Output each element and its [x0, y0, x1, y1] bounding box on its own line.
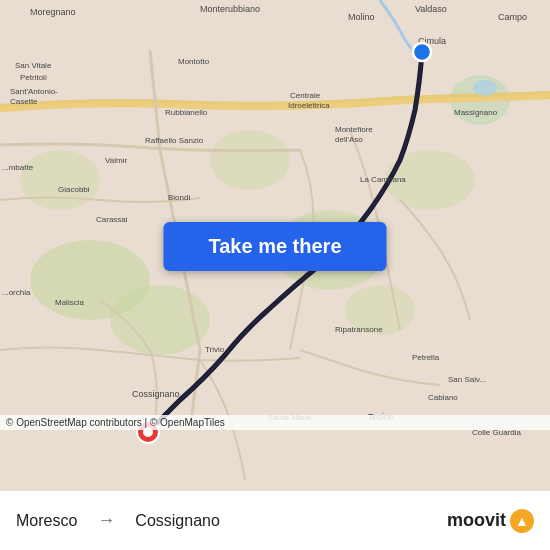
bottom-bar: Moresco → Cossignano moovit ▲ — [0, 490, 550, 550]
svg-text:Moregnano: Moregnano — [30, 7, 76, 17]
svg-text:...mbatte: ...mbatte — [2, 163, 34, 172]
svg-text:dell'Aso: dell'Aso — [335, 135, 363, 144]
svg-text:Ripatransone: Ripatransone — [335, 325, 383, 334]
take-me-there-button[interactable]: Take me there — [164, 222, 387, 271]
svg-text:Cablano: Cablano — [428, 393, 458, 402]
svg-text:Raffaello Sanzio: Raffaello Sanzio — [145, 136, 204, 145]
svg-text:Massignano: Massignano — [454, 108, 498, 117]
svg-text:...orchia: ...orchia — [2, 288, 31, 297]
svg-text:Monterubbiano: Monterubbiano — [200, 4, 260, 14]
moovit-icon: ▲ — [510, 509, 534, 533]
svg-text:Petrella: Petrella — [412, 353, 440, 362]
svg-text:Petritoli: Petritoli — [20, 73, 47, 82]
svg-text:Centrale: Centrale — [290, 91, 321, 100]
moovit-logo: moovit ▲ — [447, 509, 534, 533]
attribution-text: © OpenStreetMap contributors | © OpenMap… — [6, 417, 225, 428]
svg-text:Cossignano: Cossignano — [132, 389, 180, 399]
svg-text:La Campana: La Campana — [360, 175, 406, 184]
moovit-text: moovit — [447, 510, 506, 531]
attribution-bar: © OpenStreetMap contributors | © OpenMap… — [0, 415, 550, 430]
origin-city: Moresco — [16, 512, 77, 530]
svg-text:Biondi: Biondi — [168, 193, 190, 202]
svg-text:San Vitale: San Vitale — [15, 61, 52, 70]
map-container: Moregnano Monterubbiano Molino Valdaso C… — [0, 0, 550, 490]
svg-text:Rubbianello: Rubbianello — [165, 108, 208, 117]
svg-text:Maliscia: Maliscia — [55, 298, 84, 307]
svg-point-6 — [20, 150, 100, 210]
svg-text:Molino: Molino — [348, 12, 375, 22]
svg-text:Trivio: Trivio — [205, 345, 225, 354]
svg-text:San Salv...: San Salv... — [448, 375, 486, 384]
svg-text:Valmir: Valmir — [105, 156, 127, 165]
route-arrow: → — [97, 510, 115, 531]
svg-point-45 — [413, 43, 431, 61]
svg-text:Giacobbi: Giacobbi — [58, 185, 90, 194]
svg-text:Idroelettrica: Idroelettrica — [288, 101, 330, 110]
svg-point-7 — [210, 130, 290, 190]
svg-point-44 — [473, 80, 497, 96]
svg-text:Valdaso: Valdaso — [415, 4, 447, 14]
route-info: Moresco → Cossignano — [16, 510, 220, 531]
svg-text:Campo: Campo — [498, 12, 527, 22]
svg-text:Casette: Casette — [10, 97, 38, 106]
svg-text:Carassai: Carassai — [96, 215, 128, 224]
svg-text:Sant'Antonio-: Sant'Antonio- — [10, 87, 58, 96]
svg-text:Montefiore: Montefiore — [335, 125, 373, 134]
destination-city: Cossignano — [135, 512, 220, 530]
svg-text:Montotto: Montotto — [178, 57, 210, 66]
